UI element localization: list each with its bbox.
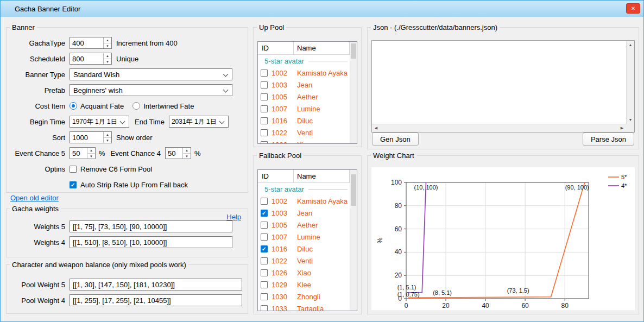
fallback-pool-checkbox-1007[interactable] bbox=[261, 233, 268, 241]
json-horizontal-scrollbar[interactable]: ◀ ▶ bbox=[372, 124, 626, 132]
event-chance-4-spinner[interactable]: 50 ▲▼ bbox=[165, 147, 191, 159]
up-pool-checkbox-1022[interactable] bbox=[261, 129, 268, 136]
up-pool-checkbox-1005[interactable] bbox=[261, 93, 268, 100]
fallback-pool-checkbox-1005[interactable] bbox=[261, 222, 268, 229]
fallback-pool-checkbox-1002[interactable] bbox=[261, 198, 268, 205]
fallback-pool-checkbox-1003[interactable] bbox=[261, 210, 268, 217]
event-chance-4-spin-buttons[interactable]: ▲▼ bbox=[182, 148, 191, 159]
scrollbar-thumb[interactable] bbox=[351, 174, 356, 206]
fallback-pool-row-1016[interactable]: 1016Diluc bbox=[258, 243, 350, 255]
weights-4-input[interactable]: [[1, 510], [8, 510], [10, 10000]] bbox=[70, 236, 232, 248]
spin-up-icon[interactable]: ▲ bbox=[183, 148, 191, 154]
parse-json-button[interactable]: Parse Json bbox=[583, 132, 634, 146]
spin-down-icon[interactable]: ▼ bbox=[104, 59, 111, 65]
remove-c6-checkbox[interactable] bbox=[70, 166, 77, 173]
fallback-pool-row-1030[interactable]: 1030Zhongli bbox=[258, 291, 350, 302]
event-chance-4-value[interactable]: 50 bbox=[166, 148, 182, 159]
up-pool-checkbox-1007[interactable] bbox=[261, 105, 268, 112]
up-pool-row-1003[interactable]: 1003Jean bbox=[258, 79, 350, 91]
scheduleid-spinner[interactable]: 800 ▲▼ bbox=[70, 53, 112, 65]
json-vertical-scrollbar[interactable]: ▲ ▼ bbox=[626, 41, 634, 124]
sort-spinner[interactable]: 1000 ▲▼ bbox=[70, 131, 112, 143]
event-chance-5-spin-buttons[interactable]: ▲▼ bbox=[87, 148, 95, 159]
spin-up-icon[interactable]: ▲ bbox=[104, 132, 111, 138]
auto-strip-checkbox[interactable] bbox=[70, 181, 77, 188]
begin-time-picker[interactable]: 1970年 1月 1日 bbox=[70, 116, 129, 128]
up-pool-row-1026[interactable]: 1026Xiao bbox=[258, 138, 350, 143]
name-column-header[interactable]: Name bbox=[294, 42, 350, 54]
gachatype-spinner[interactable]: 400 ▲▼ bbox=[70, 37, 112, 49]
spin-down-icon[interactable]: ▼ bbox=[104, 138, 111, 143]
fallback-pool-checkbox-1026[interactable] bbox=[261, 269, 268, 276]
weights-5-input[interactable]: [[1, 75], [73, 150], [90, 10000]] bbox=[70, 220, 232, 232]
spin-up-icon[interactable]: ▲ bbox=[87, 148, 95, 154]
row-id: 1005 bbox=[272, 221, 297, 229]
up-pool-checkbox-1002[interactable] bbox=[261, 70, 268, 77]
spin-up-icon[interactable]: ▲ bbox=[104, 37, 111, 43]
svg-text:60: 60 bbox=[521, 302, 529, 310]
fallback-pool-scrollbar[interactable] bbox=[350, 170, 357, 311]
event-chance-5-value[interactable]: 50 bbox=[70, 148, 87, 159]
pool-weight-4-input[interactable]: [[1, 255], [17, 255], [21, 10455]] bbox=[70, 294, 242, 306]
up-pool-row-1022[interactable]: 1022Venti bbox=[258, 127, 350, 138]
up-pool-checkbox-1003[interactable] bbox=[261, 81, 268, 89]
spin-down-icon[interactable]: ▼ bbox=[183, 154, 191, 159]
acquaint-fate-radio[interactable] bbox=[70, 102, 77, 110]
intertwined-fate-radio[interactable] bbox=[132, 102, 140, 110]
gachatype-value[interactable]: 400 bbox=[70, 37, 103, 48]
up-pool-scrollbar[interactable] bbox=[350, 42, 357, 143]
fallback-pool-row-1007[interactable]: 1007Lumine bbox=[258, 231, 350, 243]
id-column-header[interactable]: ID bbox=[258, 42, 294, 54]
scroll-left-icon[interactable]: ◀ bbox=[372, 124, 380, 132]
fallback-pool-row-1002[interactable]: 1002Kamisato Ayaka bbox=[258, 195, 350, 207]
fallback-pool-row-1005[interactable]: 1005Aether bbox=[258, 219, 350, 231]
up-pool-row-1007[interactable]: 1007Lumine bbox=[258, 103, 350, 115]
help-link[interactable]: Help bbox=[226, 213, 241, 221]
fallback-pool-row-1026[interactable]: 1026Xiao bbox=[258, 267, 350, 279]
pool-weight-5-input[interactable]: [[1, 30], [147, 150], [181, 10230]] bbox=[70, 279, 242, 291]
scroll-up-icon[interactable]: ▲ bbox=[627, 41, 635, 49]
json-content[interactable] bbox=[372, 41, 626, 124]
fallback-pool-row-1033[interactable]: 1033Tartaglia bbox=[258, 302, 350, 311]
row-name: Kamisato Ayaka bbox=[297, 69, 348, 77]
fallback-pool-row-1029[interactable]: 1029Klee bbox=[258, 279, 350, 291]
prefab-value: Beginners' wish bbox=[73, 86, 123, 94]
fallback-pool-checkbox-1016[interactable] bbox=[261, 245, 268, 252]
spin-up-icon[interactable]: ▲ bbox=[104, 53, 111, 59]
sort-spin-buttons[interactable]: ▲▼ bbox=[103, 132, 111, 143]
up-pool-checkbox-1016[interactable] bbox=[261, 117, 268, 124]
fallback-pool-row-1003[interactable]: 1003Jean bbox=[258, 207, 350, 219]
up-pool-row-1005[interactable]: 1005Aether bbox=[258, 91, 350, 103]
fallback-pool-row-1022[interactable]: 1022Venti bbox=[258, 255, 350, 267]
end-time-picker[interactable]: 2031年 1月 1日 bbox=[169, 116, 229, 128]
id-column-header[interactable]: ID bbox=[258, 170, 294, 182]
gen-json-button[interactable]: Gen Json bbox=[372, 132, 419, 146]
spin-down-icon[interactable]: ▼ bbox=[104, 43, 111, 49]
up-pool-checkbox-1026[interactable] bbox=[261, 141, 268, 144]
fallback-pool-checkbox-1033[interactable] bbox=[261, 305, 268, 311]
sort-value[interactable]: 1000 bbox=[70, 132, 103, 143]
prefab-select[interactable]: Beginners' wish bbox=[70, 84, 232, 96]
gachatype-spin-buttons[interactable]: ▲▼ bbox=[103, 37, 111, 48]
up-pool-row-1016[interactable]: 1016Diluc bbox=[258, 115, 350, 127]
scheduleid-value[interactable]: 800 bbox=[70, 53, 103, 64]
scroll-right-icon[interactable]: ▶ bbox=[618, 124, 626, 132]
banner-type-select[interactable]: Standard Wish bbox=[70, 68, 232, 80]
scheduleid-spin-buttons[interactable]: ▲▼ bbox=[103, 53, 111, 64]
open-old-editor-link[interactable]: Open old editor bbox=[10, 194, 59, 202]
event-chance-5-spinner[interactable]: 50 ▲▼ bbox=[70, 147, 96, 159]
fallback-pool-checkbox-1030[interactable] bbox=[261, 293, 268, 300]
name-column-header[interactable]: Name bbox=[294, 170, 350, 182]
sort-label: Sort bbox=[11, 134, 65, 142]
row-id: 1002 bbox=[272, 197, 297, 205]
spin-down-icon[interactable]: ▼ bbox=[87, 154, 95, 159]
json-textarea[interactable]: ▲ ▼ ◀ ▶ bbox=[371, 40, 635, 132]
close-button[interactable]: ✕ bbox=[626, 3, 640, 14]
scroll-down-icon[interactable]: ▼ bbox=[627, 116, 635, 124]
fallback-pool-checkbox-1022[interactable] bbox=[261, 257, 268, 264]
scrollbar-thumb[interactable] bbox=[351, 43, 356, 59]
up-pool-row-1002[interactable]: 1002Kamisato Ayaka bbox=[258, 67, 350, 79]
titlebar[interactable]: Gacha Banner Editor ✕ bbox=[1, 1, 643, 17]
weights-4-row: Weights 4 [[1, 510], [8, 510], [10, 1000… bbox=[11, 236, 243, 248]
fallback-pool-checkbox-1029[interactable] bbox=[261, 281, 268, 288]
